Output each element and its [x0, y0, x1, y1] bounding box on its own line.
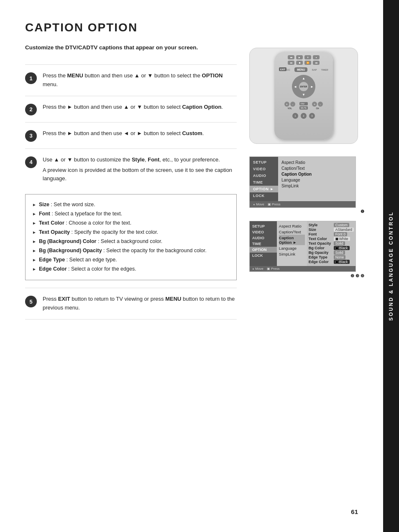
bullet-arrow-text-opacity: ►	[32, 229, 36, 236]
bullet-edge-color-text: Edge Color : Select a color for the edge…	[39, 265, 136, 273]
menu2-font-label: Font	[309, 232, 333, 236]
menu-right-panel-1: Aspect Ratio Caption/Text Caption Option…	[278, 157, 356, 201]
step-5-circle: 5	[25, 296, 37, 307]
number-buttons: 1 2 3	[292, 113, 315, 119]
bullet-text-color-text: Text Color : Choose a color for the text…	[39, 219, 131, 227]
menu2-edge-type-value: None	[334, 255, 345, 259]
ch-plus-minus: + -	[312, 102, 323, 107]
menu2-center-aspect: Aspect Ratio	[279, 223, 305, 229]
fav-mute-group: FAV MUTE	[299, 102, 308, 110]
menu2-center-simplink: SimpLink	[279, 251, 305, 257]
btn-ff: ⏩	[304, 61, 311, 65]
menu-screenshot-1: SETUP VIDEO AUDIO TIME OPTION ► LOCK Asp…	[249, 156, 356, 208]
ch-label: CH	[316, 107, 319, 110]
menu2-style-value: Custom	[334, 223, 349, 227]
nav-right: ►	[310, 85, 314, 89]
btn-prev: ⏮	[288, 55, 294, 59]
menu-screenshot-2-container: SETUP VIDEO AUDIO TIME OPTION LOCK Aspec…	[249, 221, 366, 279]
step-5-text: Press EXIT button to return to TV viewin…	[43, 295, 237, 312]
menu2-style-row: Style Custom	[309, 223, 354, 227]
menu2-text-color-value: White	[334, 237, 350, 241]
bullet-edge-color: ► Edge Color : Select a color for the ed…	[32, 265, 230, 273]
menu-item-lock: LOCK	[250, 192, 278, 199]
menu2-bg-color-value: Black	[334, 246, 350, 250]
menu2-font-row: Font Font 0	[309, 232, 354, 236]
menu2-edge-color-value: Black	[334, 260, 350, 264]
menu2-text-opacity-value: Solid	[334, 241, 345, 246]
btn-2: 2	[301, 113, 307, 119]
vol-minus: -	[290, 102, 295, 107]
menu2-size-label: Size	[309, 228, 333, 232]
vol-ch-controls: + - VOL FAV MUTE +	[277, 102, 330, 110]
transport-buttons-2: ⏭ ⏹ ⏩ ⏮	[277, 61, 330, 65]
step-1: 1 Press the MENU button and then use ▲ o…	[25, 64, 237, 96]
sidebar: SOUND & LANGUAGE CONTROL	[383, 0, 399, 532]
menu-footer-press: ▣ Press	[268, 202, 281, 206]
menu-footer-move: ⬧ Move	[253, 202, 264, 206]
menu2-center-caption-text: Caption/Text	[279, 229, 305, 235]
bullet-arrow-bg-opacity: ►	[32, 248, 36, 254]
bullet-bg-opacity-text: Bg (Background) Opacity : Select the opa…	[39, 246, 207, 255]
bullet-arrow-bg-color: ►	[32, 238, 36, 245]
menu2-bg-opacity-value: Solid	[334, 251, 345, 255]
remote-control-image: ⏮ ▶ ⏸ ● ⏭ ⏹ ⏩ ⏮	[249, 48, 358, 144]
bullet-bg-color-text: Bg (Background) Color : Select a backgro…	[39, 237, 162, 246]
step-4: 4 Use ▲ or ▼ button to customize the Sty…	[25, 148, 237, 190]
btn-rec: ●	[313, 55, 320, 59]
remote-body: ⏮ ▶ ⏸ ● ⏭ ⏹ ⏩ ⏮	[274, 52, 333, 140]
btn-stop: ⏹	[296, 61, 303, 65]
bullet-font: ► Font : Select a typeface for the text.	[32, 210, 230, 218]
menu2-text-color-label: Text Color	[309, 237, 333, 241]
vol-plus: +	[284, 102, 289, 107]
menu2-text-color-row: Text Color White	[309, 237, 354, 241]
menu2-center-language: Language	[279, 245, 305, 251]
ch-minus: -	[318, 102, 323, 107]
bullet-bg-opacity: ► Bg (Background) Opacity : Select the o…	[32, 246, 230, 255]
btn-1: 1	[292, 113, 298, 119]
menu2-style-label: Style	[309, 223, 333, 227]
step-2-circle: 2	[25, 104, 37, 115]
bullet-arrow-font: ►	[32, 211, 36, 217]
step-5: 5 Press EXIT button to return to TV view…	[25, 288, 237, 320]
menu2-bg-color-row: Bg Color Black	[309, 246, 354, 250]
bullet-arrow-edge-type: ►	[32, 257, 36, 263]
menu-screenshot-1-container: SETUP VIDEO AUDIO TIME OPTION ► LOCK Asp…	[249, 156, 366, 215]
menu-inner-2: SETUP VIDEO AUDIO TIME OPTION LOCK Aspec…	[250, 221, 356, 266]
bullet-text-color: ► Text Color : Choose a color for the te…	[32, 219, 230, 227]
bullet-size-text: Size : Set the word size.	[39, 200, 95, 209]
menu2-setup: SETUP	[250, 223, 277, 229]
menu2-center-panel: Aspect Ratio Caption/Text Caption Option…	[277, 221, 307, 266]
nav-left: ◄	[294, 85, 297, 89]
vol-label: VOL	[288, 107, 292, 110]
step-1-text: Press the MENU button and then use ▲ or …	[43, 72, 237, 89]
menu-right-aspect-ratio: Aspect Ratio	[281, 159, 352, 165]
menu2-font-value: Font 0	[334, 232, 347, 236]
timer-label: TIMER	[321, 69, 328, 71]
menu2-values-panel: Style Custom Size AStandard Font Font 0	[307, 221, 356, 266]
fav-button: FAV	[299, 102, 308, 105]
bullet-edge-type-text: Edge Type : Select an edge type.	[39, 256, 117, 264]
bg-color-dot	[335, 247, 338, 250]
nav-ring: ▲ ▼ ◄ ► ENTER	[292, 75, 315, 98]
step-2: 2 Press the ► button and then use ▲ or ▼…	[25, 96, 237, 122]
btn-pause: ⏸	[304, 55, 311, 59]
bullet-arrow-size: ►	[32, 202, 36, 208]
ch-plus: +	[312, 102, 317, 107]
step-4-text: Use ▲ or ▼ button to customize the Style…	[43, 156, 237, 183]
transport-buttons: ⏮ ▶ ⏸ ●	[277, 55, 330, 59]
btn-back: ⏭	[288, 61, 294, 65]
text-color-dot	[335, 238, 338, 240]
ch-group: + - CH	[312, 102, 323, 110]
menu2-bg-color-label: Bg Color	[309, 246, 333, 250]
bullet-edge-type: ► Edge Type : Select an edge type.	[32, 256, 230, 264]
bullet-font-text: Font : Select a typeface for the text.	[39, 210, 122, 218]
menu-right-caption-option: Caption Option	[281, 171, 352, 177]
vol-group: + - VOL	[284, 102, 295, 110]
menu2-video: VIDEO	[250, 229, 277, 235]
menu-item-setup: SETUP	[250, 159, 278, 166]
menu2-footer: ⬧ Move ▣ Press	[250, 266, 356, 271]
bullet-list-box: ► Size : Set the word size. ► Font : Sel…	[25, 194, 237, 280]
menu2-option: OPTION	[250, 247, 277, 253]
bullet-arrow-edge-color: ►	[32, 266, 36, 273]
menu2-center-caption-option: Caption Option ►	[279, 235, 305, 245]
